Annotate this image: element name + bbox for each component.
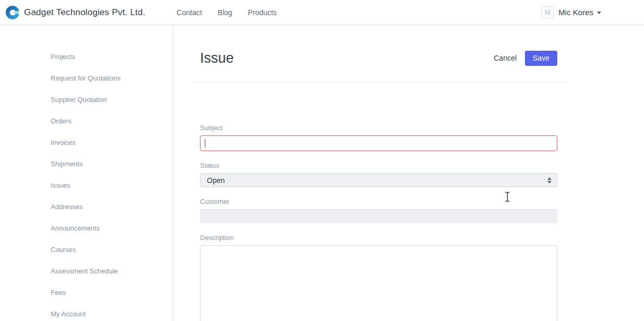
sidebar-row: Request for Quotations	[0, 67, 173, 88]
nav-link-contact[interactable]: Contact	[177, 8, 202, 17]
sidebar-item-shipments[interactable]: Shipments	[51, 160, 83, 168]
sidebar-row: Addresses	[0, 196, 173, 217]
issue-form: Subject Status Open	[200, 124, 557, 321]
page-actions: Cancel Save	[494, 51, 557, 66]
page-container: Issue Cancel Save Subject Status	[192, 49, 565, 321]
chevron-down-icon	[597, 12, 601, 14]
nav-link-products[interactable]: Products	[248, 8, 277, 17]
page-title: Issue	[200, 49, 234, 67]
sidebar-item-supplier-quotation[interactable]: Supplier Quotation	[51, 96, 107, 104]
save-button[interactable]: Save	[525, 51, 557, 66]
sidebar-list: Projects Request for Quotations Supplier…	[0, 45, 173, 321]
sidebar: Projects Request for Quotations Supplier…	[0, 25, 173, 321]
description-textarea[interactable]	[200, 245, 557, 321]
sidebar-row: Projects	[0, 45, 173, 67]
sidebar-item-issues[interactable]: Issues	[51, 181, 71, 189]
sidebar-item-fees[interactable]: Fees	[51, 289, 66, 296]
navbar-links: Contact Blog Products	[161, 8, 277, 17]
navbar: Gadget Technologies Pvt. Ltd. Contact Bl…	[0, 0, 644, 25]
sidebar-item-courses[interactable]: Courses	[51, 246, 76, 254]
subject-field-group: Subject	[200, 124, 557, 151]
main-content: Issue Cancel Save Subject Status	[173, 25, 644, 321]
user-name: Mic Kores	[558, 8, 593, 17]
cancel-button[interactable]: Cancel	[494, 54, 517, 62]
sidebar-item-projects[interactable]: Projects	[51, 53, 75, 61]
sidebar-item-orders[interactable]: Orders	[51, 117, 72, 125]
sidebar-row: Supplier Quotation	[0, 88, 173, 110]
user-menu[interactable]: M Mic Kores	[541, 6, 601, 19]
status-select[interactable]: Open	[200, 173, 557, 187]
sidebar-item-announcements[interactable]: Announcements	[51, 224, 100, 232]
subject-label: Subject	[200, 124, 557, 132]
description-field-group: Description	[200, 234, 557, 321]
sidebar-item-invoices[interactable]: Invoices	[51, 139, 76, 146]
brand-logo-icon[interactable]	[5, 5, 20, 20]
sidebar-row: Courses	[0, 238, 173, 260]
avatar-letter: M	[545, 8, 551, 16]
description-label: Description	[200, 234, 557, 242]
user-avatar: M	[541, 6, 554, 19]
sidebar-row: My Account	[0, 303, 173, 321]
subject-input-wrap	[200, 135, 557, 151]
sidebar-row: Shipments	[0, 153, 173, 174]
select-arrows-icon	[547, 177, 552, 184]
status-select-value: Open	[207, 176, 225, 185]
page-header: Issue Cancel Save	[200, 49, 557, 67]
sidebar-row: Fees	[0, 281, 173, 303]
sidebar-row: Invoices	[0, 131, 173, 153]
divider	[192, 83, 565, 83]
status-label: Status	[200, 162, 557, 169]
sidebar-row: Assessment Schedule	[0, 260, 173, 281]
customer-label: Customer	[200, 198, 557, 205]
sidebar-row: Issues	[0, 174, 173, 196]
sidebar-item-assessment-schedule[interactable]: Assessment Schedule	[51, 267, 118, 275]
nav-link-blog[interactable]: Blog	[218, 8, 232, 17]
sidebar-row: Orders	[0, 110, 173, 131]
status-field-group: Status Open	[200, 162, 557, 187]
sidebar-item-addresses[interactable]: Addresses	[51, 203, 83, 211]
sidebar-item-my-account[interactable]: My Account	[51, 310, 86, 318]
customer-input	[200, 209, 557, 223]
brand-name[interactable]: Gadget Technologies Pvt. Ltd.	[24, 7, 145, 18]
sidebar-item-request-for-quotations[interactable]: Request for Quotations	[51, 74, 121, 82]
subject-input[interactable]	[200, 135, 557, 151]
text-caret	[205, 139, 205, 147]
customer-field-group: Customer	[200, 198, 557, 223]
sidebar-row: Announcements	[0, 217, 173, 238]
